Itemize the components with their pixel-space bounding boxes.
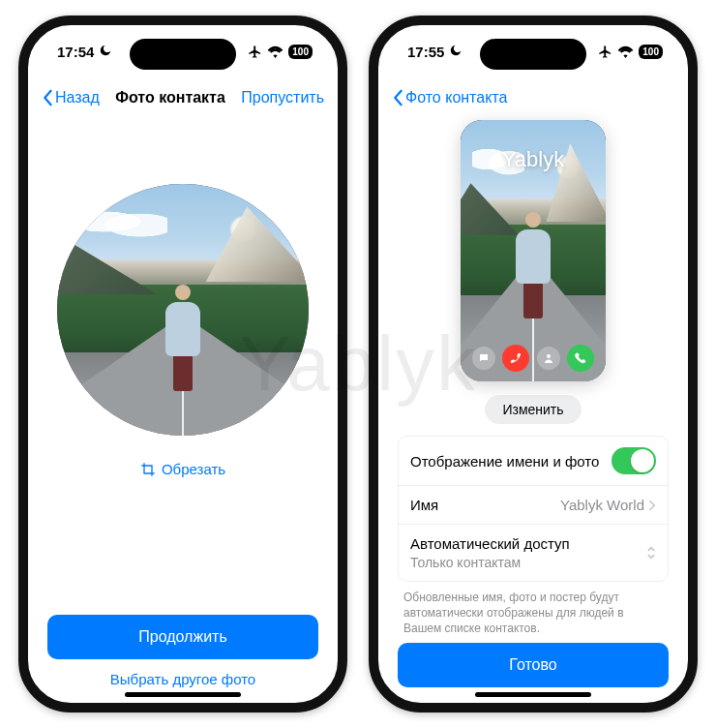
contact-poster-preview[interactable]: Yablyk <box>461 120 606 381</box>
settings-list: Отображение имени и фото Имя Yablyk Worl… <box>398 436 669 582</box>
contact-card-icon <box>537 347 560 370</box>
status-time: 17:55 <box>407 44 462 60</box>
phone-left: 17:54 100 Назад Фото контакта Пропустить <box>18 15 347 713</box>
airplane-icon <box>248 45 262 59</box>
contact-photo-preview[interactable] <box>57 184 309 436</box>
share-toggle[interactable] <box>612 447 656 474</box>
continue-button[interactable]: Продолжить <box>47 615 318 659</box>
status-time: 17:54 <box>57 44 112 60</box>
chevron-left-icon <box>42 89 53 106</box>
nav-title: Фото контакта <box>100 89 241 106</box>
battery-indicator: 100 <box>639 45 663 59</box>
poster-name-label: Yablyk <box>461 147 606 172</box>
cell-name[interactable]: Имя Yablyk World <box>399 486 668 525</box>
cell-share-name-photo[interactable]: Отображение имени и фото <box>399 437 668 486</box>
airplane-icon <box>598 45 612 59</box>
back-label: Фото контакта <box>405 89 507 106</box>
back-button[interactable]: Фото контакта <box>392 89 507 106</box>
dynamic-island <box>480 39 586 70</box>
accept-call-icon <box>567 345 594 372</box>
wifi-icon <box>267 46 283 58</box>
updown-chevron-icon <box>646 545 656 561</box>
cell-value: Yablyk World <box>560 497 644 513</box>
nav-bar: Назад Фото контакта Пропустить <box>28 77 338 118</box>
phone-right: 17:55 100 Фото контакта Yablyk <box>369 15 698 713</box>
choose-other-photo-button[interactable]: Выбрать другое фото <box>47 671 318 687</box>
cell-value: Только контактам <box>410 555 521 570</box>
chevron-left-icon <box>392 89 403 106</box>
battery-indicator: 100 <box>288 45 313 59</box>
cell-label: Автоматический доступ <box>410 535 570 552</box>
wifi-icon <box>617 46 634 58</box>
crop-button[interactable]: Обрезать <box>47 461 318 477</box>
dynamic-island <box>130 39 236 70</box>
decline-call-icon <box>502 345 529 372</box>
settings-footnote: Обновленные имя, фото и постер будут авт… <box>398 582 669 637</box>
cell-label: Отображение имени и фото <box>410 453 599 470</box>
cell-label: Имя <box>410 497 438 513</box>
message-icon <box>472 347 495 370</box>
call-controls-preview <box>461 345 606 372</box>
battery-percent: 100 <box>639 45 663 59</box>
moon-icon <box>99 44 112 57</box>
back-button[interactable]: Назад <box>42 89 100 106</box>
svg-point-0 <box>547 354 551 358</box>
home-indicator[interactable] <box>125 692 241 697</box>
done-button[interactable]: Готово <box>398 643 669 687</box>
moon-icon <box>449 44 462 57</box>
chevron-right-icon <box>648 500 656 511</box>
crop-icon <box>140 462 156 477</box>
cell-auto-access[interactable]: Автоматический доступ Только контактам <box>399 525 668 581</box>
edit-button[interactable]: Изменить <box>485 395 581 424</box>
skip-button[interactable]: Пропустить <box>241 89 324 106</box>
back-label: Назад <box>55 89 100 106</box>
crop-label: Обрезать <box>162 461 225 477</box>
battery-percent: 100 <box>288 45 313 59</box>
home-indicator[interactable] <box>475 692 591 697</box>
nav-bar: Фото контакта <box>378 77 688 118</box>
